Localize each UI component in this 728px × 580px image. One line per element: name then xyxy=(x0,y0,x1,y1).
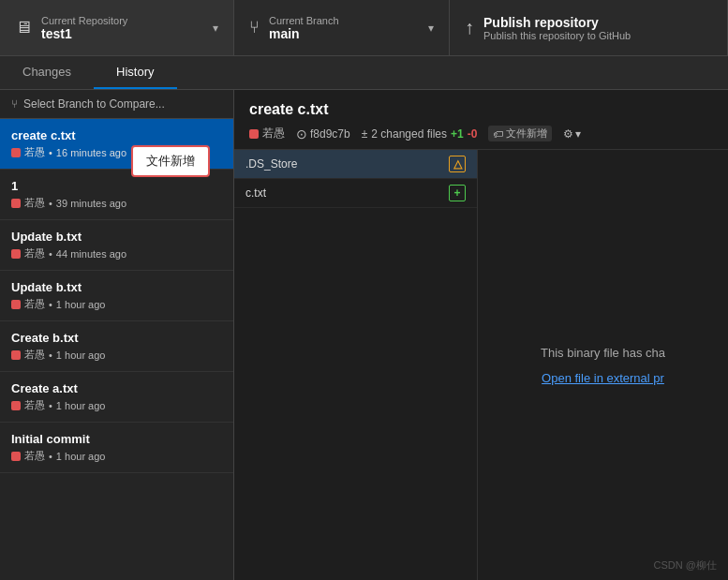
minus-count: -0 xyxy=(468,127,478,141)
commit-title: create c.txt xyxy=(11,128,222,142)
commit-separator: • xyxy=(49,248,52,260)
commit-author: 若愚 xyxy=(24,145,45,159)
commit-title: Initial commit xyxy=(11,432,222,446)
commit-title: Update b.txt xyxy=(11,280,222,294)
top-bar: 🖥 Current Repository test1 ▾ ⑂ Current B… xyxy=(0,0,728,56)
commit-avatar xyxy=(11,300,21,309)
commit-separator: • xyxy=(49,299,52,310)
commit-time: 16 minutes ago xyxy=(56,147,126,158)
commit-separator: • xyxy=(49,451,52,462)
content-area: create c.txt 若愚 ⊙ f8d9c7b ± 2 changed fi… xyxy=(234,90,728,580)
commit-time: 44 minutes ago xyxy=(56,248,126,260)
diff-area: This binary file has cha Open file in ex… xyxy=(478,150,728,580)
publish-subtitle: Publish this repository to GitHub xyxy=(483,30,631,41)
branch-chevron-icon: ▾ xyxy=(428,22,434,35)
files-area: .DS_Store △ c.txt + This binary file has… xyxy=(234,150,728,580)
commit-time: 1 hour ago xyxy=(56,451,106,462)
commit-avatar xyxy=(11,401,21,410)
branch-name: main xyxy=(269,26,339,41)
commit-separator: • xyxy=(49,400,52,411)
tab-history[interactable]: History xyxy=(94,56,176,89)
commit-header-title: create c.txt xyxy=(249,101,713,118)
commit-item[interactable]: create c.txt 若愚 • 16 minutes ago xyxy=(0,119,233,170)
repo-label: Current Repository xyxy=(41,15,127,26)
watermark: CSDN @柳仕 xyxy=(654,558,717,573)
commit-time: 39 minutes ago xyxy=(56,198,126,209)
publish-icon: ↑ xyxy=(465,17,474,38)
commit-header-meta: 若愚 ⊙ f8d9c7b ± 2 changed files +1 -0 🏷 文… xyxy=(249,126,713,141)
commit-item[interactable]: Update b.txt 若愚 • 1 hour ago xyxy=(0,271,233,321)
commit-separator: • xyxy=(49,349,52,361)
commit-meta: 若愚 • 1 hour ago xyxy=(11,398,222,412)
hash-meta: ⊙ f8d9c7b xyxy=(296,126,350,141)
branch-section[interactable]: ⑂ Current Branch main ▾ xyxy=(234,0,450,55)
commit-time: 1 hour ago xyxy=(56,299,106,310)
commit-author: 若愚 xyxy=(24,449,45,463)
file-name: .DS_Store xyxy=(245,157,297,171)
file-name: c.txt xyxy=(245,186,266,200)
tag-badge: 🏷 文件新增 xyxy=(488,126,552,141)
commit-meta: 若愚 • 1 hour ago xyxy=(11,449,222,463)
sidebar: ⑂ Select Branch to Compare... create c.t… xyxy=(0,90,234,580)
repo-section[interactable]: 🖥 Current Repository test1 ▾ xyxy=(0,0,234,55)
main-layout: ⑂ Select Branch to Compare... create c.t… xyxy=(0,90,728,580)
settings-button[interactable]: ⚙ ▾ xyxy=(563,127,581,141)
author-name: 若愚 xyxy=(262,126,285,141)
branch-content: Current Branch main xyxy=(269,15,339,41)
diff-open-link[interactable]: Open file in external pr xyxy=(542,371,664,385)
file-list: .DS_Store △ c.txt + xyxy=(234,150,478,580)
file-badge: △ xyxy=(449,156,466,172)
commit-item[interactable]: Create b.txt 若愚 • 1 hour ago xyxy=(0,321,233,372)
commit-title: Create a.txt xyxy=(11,381,222,395)
commit-author: 若愚 xyxy=(24,196,45,210)
settings-chevron-icon: ▾ xyxy=(575,127,581,141)
commit-title: Update b.txt xyxy=(11,230,222,244)
commit-author: 若愚 xyxy=(24,246,45,260)
repo-icon: 🖥 xyxy=(15,18,32,37)
commit-item[interactable]: Update b.txt 若愚 • 44 minutes ago xyxy=(0,220,233,271)
commit-meta: 若愚 • 44 minutes ago xyxy=(11,246,222,260)
file-badge: + xyxy=(449,185,466,201)
author-meta: 若愚 xyxy=(249,126,285,141)
commit-avatar xyxy=(11,452,21,461)
commit-title: Create b.txt xyxy=(11,331,222,345)
commit-meta: 若愚 • 1 hour ago xyxy=(11,348,222,362)
author-avatar xyxy=(249,129,259,139)
file-list-item[interactable]: .DS_Store △ xyxy=(234,150,477,179)
diff-binary-message: This binary file has cha xyxy=(541,346,665,360)
settings-icon: ⚙ xyxy=(563,127,573,141)
branch-icon: ⑂ xyxy=(249,18,260,37)
commit-separator: • xyxy=(49,198,52,209)
hash-icon: ⊙ xyxy=(296,126,307,141)
commit-item[interactable]: Initial commit 若愚 • 1 hour ago xyxy=(0,423,233,473)
commit-title: 1 xyxy=(11,179,222,193)
file-list-item[interactable]: c.txt + xyxy=(234,179,477,208)
commit-avatar xyxy=(11,199,21,208)
tabs-row: Changes History xyxy=(0,56,728,90)
commit-item[interactable]: 1 若愚 • 39 minutes ago xyxy=(0,170,233,220)
compare-icon: ⑂ xyxy=(11,97,18,111)
commit-meta: 若愚 • 1 hour ago xyxy=(11,297,222,311)
plus-count: +1 xyxy=(451,127,464,141)
commit-item[interactable]: Create a.txt 若愚 • 1 hour ago xyxy=(0,372,233,423)
publish-section[interactable]: ↑ Publish repository Publish this reposi… xyxy=(450,0,728,55)
tag-label: 文件新增 xyxy=(506,126,547,141)
publish-content: Publish repository Publish this reposito… xyxy=(483,15,631,41)
changed-files-icon: ± xyxy=(362,127,368,141)
changed-files-label: 2 changed files xyxy=(371,127,447,141)
commit-meta: 若愚 • 16 minutes ago xyxy=(11,145,222,159)
branch-compare[interactable]: ⑂ Select Branch to Compare... xyxy=(0,90,233,119)
commit-meta: 若愚 • 39 minutes ago xyxy=(11,196,222,210)
commit-header: create c.txt 若愚 ⊙ f8d9c7b ± 2 changed fi… xyxy=(234,90,728,150)
commit-separator: • xyxy=(49,147,52,158)
commit-avatar xyxy=(11,148,21,157)
commit-time: 1 hour ago xyxy=(56,349,106,361)
commit-time: 1 hour ago xyxy=(56,400,106,411)
tab-changes[interactable]: Changes xyxy=(0,56,94,89)
commit-avatar xyxy=(11,249,21,259)
commit-list: create c.txt 若愚 • 16 minutes ago 1 若愚 • … xyxy=(0,119,233,580)
commit-avatar xyxy=(11,350,21,360)
hash-value: f8d9c7b xyxy=(310,127,350,141)
commit-author: 若愚 xyxy=(24,398,45,412)
publish-title: Publish repository xyxy=(483,15,631,30)
